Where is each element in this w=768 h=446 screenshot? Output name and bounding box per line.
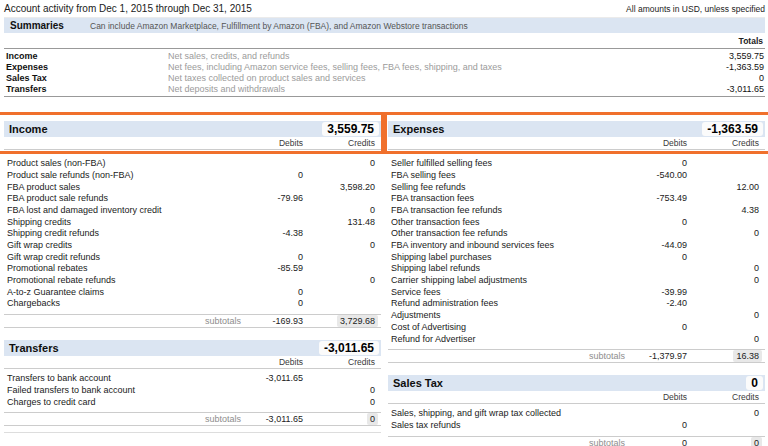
table-row: Shipping credits131.48	[4, 217, 381, 229]
debit-value	[219, 158, 303, 170]
credit-value	[687, 287, 765, 299]
debit-value: 0	[603, 217, 687, 229]
sales-tax-subtotal-credit-cell: 0	[687, 437, 765, 446]
credits-column-header: Credits	[303, 138, 381, 148]
debit-value	[603, 205, 687, 217]
transfers-section-title: Transfers	[9, 342, 59, 354]
currency-note: All amounts in USD, unless specified	[626, 4, 765, 15]
table-row: Cost of Advertising0	[388, 322, 765, 334]
expenses-header-bar: Expenses -1,363.59	[388, 121, 765, 137]
row-label: FBA lost and damaged inventory credit	[4, 205, 219, 217]
row-label: Shipping credits	[4, 217, 219, 229]
row-label: Gift wrap credit refunds	[4, 252, 219, 264]
subtotals-label: subtotals	[26, 316, 241, 326]
summary-row: ExpensesNet fees, including Amazon servi…	[4, 62, 765, 73]
debit-value	[219, 397, 303, 409]
income-section-total: 3,559.75	[322, 122, 379, 136]
transfers-subtotal-credit-cell: 0	[303, 413, 381, 425]
row-label: Chargebacks	[4, 298, 219, 310]
row-label: Refund for Advertiser	[388, 334, 603, 346]
row-label: Sales tax refunds	[388, 420, 603, 432]
table-row: A-to-z Guarantee claims0	[4, 287, 381, 299]
table-row: FBA product sale refunds-79.96	[4, 193, 381, 205]
summary-label: Sales Tax	[4, 73, 168, 83]
row-label: Transfers to bank account	[4, 373, 219, 385]
debits-column-header: Debits	[603, 138, 687, 148]
debit-value: -3,011.65	[219, 373, 303, 385]
table-row: FBA inventory and inbound services fees-…	[388, 240, 765, 252]
credit-value	[303, 373, 381, 385]
credit-value	[687, 420, 765, 432]
account-activity-report: Account activity from Dec 1, 2015 throug…	[0, 0, 768, 446]
row-label: Shipping credit refunds	[4, 228, 219, 240]
credit-value: 0	[303, 158, 381, 170]
credit-value	[687, 322, 765, 334]
left-column: Income 3,559.75 Debits Credits Product s…	[4, 121, 381, 446]
row-label: Shipping label refunds	[388, 263, 603, 275]
debit-value: -4.38	[219, 228, 303, 240]
credit-value: 131.48	[303, 217, 381, 229]
summaries-title: Summaries	[4, 20, 90, 31]
table-row: Refund for Advertiser0	[388, 334, 765, 346]
debit-value	[219, 182, 303, 194]
row-label: Seller fulfilled selling fees	[388, 158, 603, 170]
credit-value: 0	[687, 263, 765, 275]
debit-value: 0	[219, 170, 303, 182]
sales-tax-section-title: Sales Tax	[393, 377, 443, 389]
column-end-rule	[4, 432, 381, 433]
expenses-rows: Seller fulfilled selling fees0FBA sellin…	[388, 154, 765, 345]
row-label: Sales, shipping, and gift wrap tax colle…	[388, 408, 603, 420]
credit-value: 0	[303, 205, 381, 217]
table-row: Sales, shipping, and gift wrap tax colle…	[388, 408, 765, 420]
row-label: FBA transaction fees	[388, 193, 603, 205]
summary-row: IncomeNet sales, credits, and refunds3,5…	[4, 51, 765, 62]
debit-value	[219, 240, 303, 252]
debits-column-header: Debits	[219, 138, 303, 148]
row-label: Product sales (non-FBA)	[4, 158, 219, 170]
credit-value	[687, 240, 765, 252]
credit-value: 0	[687, 310, 765, 322]
credit-value: 3,598.20	[303, 182, 381, 194]
table-row: Chargebacks0	[4, 298, 381, 310]
debit-value	[603, 228, 687, 240]
debit-value	[603, 182, 687, 194]
subtotals-label: subtotals	[410, 351, 625, 361]
row-label: Promotional rebate refunds	[4, 275, 219, 287]
row-label: Cost of Advertising	[388, 322, 603, 334]
expenses-column-headers: Debits Credits	[388, 137, 765, 150]
debit-value	[219, 205, 303, 217]
credit-value	[303, 252, 381, 264]
credit-value: 0	[303, 275, 381, 287]
credit-value: 0	[687, 275, 765, 287]
summary-total: 3,559.75	[635, 51, 765, 61]
transfers-rows: Transfers to bank account-3,011.65Failed…	[4, 369, 381, 408]
credit-value	[303, 193, 381, 205]
summary-description: Net taxes collected on product sales and…	[168, 73, 635, 83]
table-row: FBA lost and damaged inventory credit0	[4, 205, 381, 217]
transfers-subtotals-row: subtotals -3,011.65 0	[4, 412, 381, 426]
credit-value	[687, 170, 765, 182]
credits-column-header: Credits	[303, 357, 381, 367]
table-row: FBA product sales3,598.20	[4, 182, 381, 194]
debit-value: -2.40	[603, 298, 687, 310]
credit-value	[303, 263, 381, 275]
credits-column-header: Credits	[687, 138, 765, 148]
transfers-section-total: -3,011.65	[319, 341, 379, 355]
subtotals-label: subtotals	[410, 438, 625, 446]
expenses-section-total: -1,363.59	[702, 122, 763, 136]
expenses-subtotal-credit: 16.38	[733, 350, 762, 362]
row-label: FBA product sale refunds	[4, 193, 219, 205]
credit-value: 12.00	[687, 182, 765, 194]
row-label: Failed transfers to bank account	[4, 385, 219, 397]
detail-columns: Income 3,559.75 Debits Credits Product s…	[4, 121, 765, 446]
table-row: Promotional rebates-85.59	[4, 263, 381, 275]
debit-value: -540.00	[603, 170, 687, 182]
transfers-header-group: Transfers -3,011.65 Debits Credits	[4, 340, 381, 369]
sales-tax-rows: Sales, shipping, and gift wrap tax colle…	[388, 404, 765, 431]
debit-value: -44.09	[603, 240, 687, 252]
table-row: Gift wrap credit refunds0	[4, 252, 381, 264]
table-row: Refund administration fees-2.40	[388, 298, 765, 310]
row-label: FBA inventory and inbound services fees	[388, 240, 603, 252]
credit-value	[687, 193, 765, 205]
row-label: FBA product sales	[4, 182, 219, 194]
